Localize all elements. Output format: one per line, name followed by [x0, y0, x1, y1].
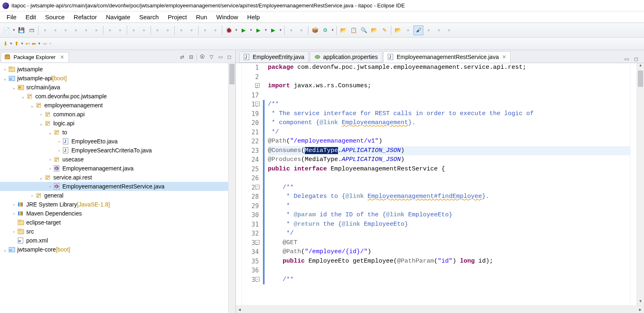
tool-icon[interactable]: ▫: [200, 25, 210, 35]
tool-icon[interactable]: ▫: [61, 25, 71, 35]
code-line[interactable]: [268, 73, 630, 82]
tool-icon[interactable]: ▫: [176, 25, 186, 35]
run-last-button[interactable]: ▶: [268, 25, 278, 35]
save-all-button[interactable]: 🗃: [27, 25, 37, 35]
menu-edit[interactable]: Edit: [21, 12, 40, 22]
code-line[interactable]: * @return the {@link EmployeeEto}: [268, 220, 630, 229]
maximize-icon[interactable]: ◻: [633, 55, 640, 63]
tree-scrollbar[interactable]: [228, 63, 235, 313]
tree-node[interactable]: eclipse-target: [0, 218, 235, 227]
code-line[interactable]: * @param id the ID of the {@link Employe…: [268, 211, 630, 220]
minimize-icon[interactable]: ▭: [217, 53, 224, 61]
package-tree[interactable]: ›jwtsample⌄Mjwtsample-api [boot]⌄src/mai…: [0, 63, 235, 313]
tool-icon[interactable]: ▫: [444, 25, 454, 35]
tree-node[interactable]: ⌄Mjwtsample-core [boot]: [0, 245, 235, 254]
code-line[interactable]: import javax.ws.rs.Consumes;: [268, 82, 630, 91]
fold-collapse-icon[interactable]: −: [255, 102, 260, 106]
code-line[interactable]: */: [268, 229, 630, 238]
expand-icon[interactable]: ⌄: [2, 76, 8, 81]
editor-tab[interactable]: JEmployeemanagementRestService.java✕: [383, 51, 511, 63]
menu-run[interactable]: Run: [192, 12, 212, 22]
tool-icon[interactable]: ▫: [40, 25, 50, 35]
tree-node[interactable]: ⌄com.devonfw.poc.jwtsample: [0, 92, 235, 101]
menu-search[interactable]: Search: [135, 12, 163, 22]
dropdown-icon[interactable]: ▼: [249, 25, 253, 35]
menu-project[interactable]: Project: [164, 12, 191, 22]
forward-button[interactable]: ➡: [43, 41, 47, 47]
tool-icon[interactable]: ▫: [424, 25, 434, 35]
tool-icon[interactable]: ▫: [71, 25, 81, 35]
link-editor-icon[interactable]: ⇄: [178, 53, 186, 61]
tree-node[interactable]: ›jwtsample: [0, 65, 235, 74]
tool-icon[interactable]: ▫: [105, 25, 115, 35]
tree-node[interactable]: ›common.api: [0, 110, 235, 119]
dropdown-icon[interactable]: ▼: [12, 25, 16, 35]
expand-icon[interactable]: ⌄: [47, 130, 53, 135]
maximize-icon[interactable]: ◻: [226, 53, 233, 61]
editor-tab[interactable]: JEmployeeEntity.java: [239, 51, 309, 63]
tool-icon[interactable]: ▫: [91, 25, 101, 35]
collapse-icon[interactable]: ›: [56, 148, 62, 153]
code-line[interactable]: public interface EmployeemanagementRestS…: [268, 165, 630, 174]
tree-node[interactable]: ›usecase: [0, 155, 235, 164]
menu-file[interactable]: File: [2, 12, 21, 22]
close-icon[interactable]: ✕: [502, 54, 506, 60]
focus-task-icon[interactable]: ⦿: [199, 53, 206, 61]
code-line[interactable]: package com.devonfw.poc.jwtsample.employ…: [268, 63, 630, 73]
tree-node[interactable]: ⌄src/main/java: [0, 83, 235, 92]
next-edit-button[interactable]: ⬆: [14, 41, 19, 47]
fold-expand-icon[interactable]: +: [255, 83, 260, 88]
code-line[interactable]: *: [268, 202, 630, 211]
tool-icon[interactable]: ✎: [379, 25, 389, 35]
tree-node[interactable]: ⌄employeemanagement: [0, 101, 235, 110]
tree-node[interactable]: ›IEmployeemanagement.java: [0, 164, 235, 173]
tool-icon[interactable]: ▫: [50, 25, 60, 35]
tool-icon[interactable]: ▫: [139, 25, 149, 35]
collapse-icon[interactable]: ›: [38, 112, 44, 117]
code-line[interactable]: @GET: [268, 238, 630, 248]
collapse-icon[interactable]: ›: [11, 211, 17, 216]
save-button[interactable]: 💾: [16, 25, 26, 35]
back-to-button[interactable]: ↩: [25, 41, 30, 47]
collapse-icon[interactable]: ›: [11, 229, 17, 234]
fold-collapse-icon[interactable]: −: [255, 185, 260, 189]
dropdown-icon[interactable]: ▼: [264, 25, 268, 35]
tree-node[interactable]: ⌄service.api.rest: [0, 173, 235, 182]
open-type-button[interactable]: 📂: [338, 25, 348, 35]
tool-icon[interactable]: ▫: [403, 25, 413, 35]
tool-icon[interactable]: ▫: [297, 25, 306, 35]
menu-help[interactable]: Help: [243, 12, 264, 22]
code-line[interactable]: @Path("/employeemanagement/v1"): [268, 137, 630, 146]
code-line[interactable]: public EmployeeEto getEmployee(@PathPara…: [268, 257, 630, 266]
tree-node[interactable]: ›JEmployeeSearchCriteriaTo.java: [0, 146, 235, 155]
tree-node[interactable]: ⌄Mjwtsample-api [boot]: [0, 74, 235, 83]
collapse-icon[interactable]: ›: [56, 139, 62, 144]
tool-icon[interactable]: ▫: [81, 25, 91, 35]
tree-node[interactable]: ›general: [0, 191, 235, 200]
tool-icon[interactable]: ▫: [129, 25, 139, 35]
menu-navigate[interactable]: Navigate: [102, 12, 134, 22]
code-line[interactable]: [268, 266, 630, 275]
tool-icon[interactable]: ▫: [163, 25, 173, 35]
fold-collapse-icon[interactable]: −: [255, 277, 260, 281]
tree-node[interactable]: ⌄logic.api: [0, 119, 235, 128]
expand-icon[interactable]: ⌄: [29, 103, 35, 108]
code-line[interactable]: [268, 174, 630, 183]
new-java-button[interactable]: 📦: [310, 25, 320, 35]
code-line[interactable]: * component {@link Employeemanagement}.: [268, 118, 630, 128]
collapse-icon[interactable]: ›: [2, 67, 8, 72]
fold-collapse-icon[interactable]: −: [255, 240, 260, 245]
menu-refactor[interactable]: Refactor: [70, 12, 101, 22]
expand-icon[interactable]: ⌄: [11, 85, 17, 90]
code-line[interactable]: @Produces(MediaType.APPLICATION_JSON): [268, 155, 630, 165]
tool-icon[interactable]: ▫: [187, 25, 196, 35]
tree-node[interactable]: ›Maven Dependencies: [0, 209, 235, 218]
expand-icon[interactable]: ⌄: [20, 94, 26, 99]
code-line[interactable]: @Consumes(MediaType.APPLICATION_JSON): [268, 146, 630, 156]
collapse-icon[interactable]: ›: [11, 202, 17, 207]
tool-icon[interactable]: ▫: [115, 25, 125, 35]
tool-icon[interactable]: ▫: [434, 25, 444, 35]
tool-icon[interactable]: 🔍: [359, 25, 369, 35]
code-line[interactable]: [268, 91, 630, 100]
code-line[interactable]: * The service interface for REST calls i…: [268, 109, 630, 119]
